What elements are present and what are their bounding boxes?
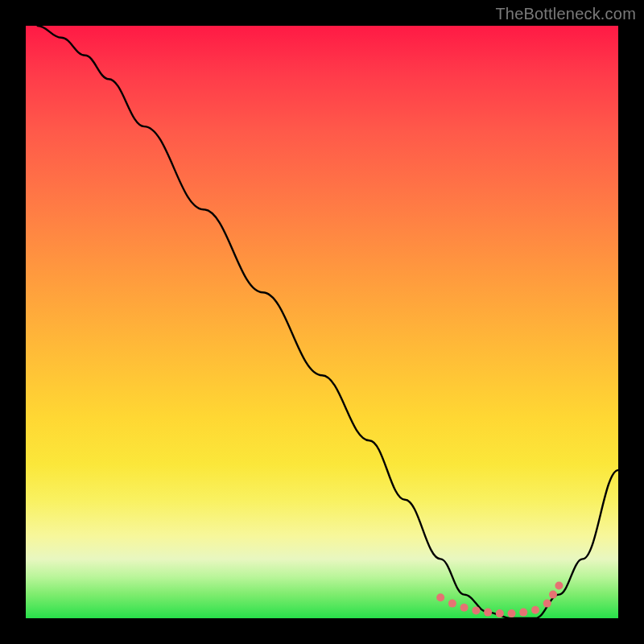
highlight-dot [555,582,563,590]
highlight-dot [436,593,444,601]
highlight-dot [519,609,527,617]
plot-area [26,26,618,618]
highlight-dot [549,591,557,599]
watermark-text: TheBottleneck.com [495,5,636,23]
highlight-dot [508,609,516,617]
highlight-dot [472,606,480,614]
bottleneck-curve [38,26,618,618]
highlight-dot [448,600,456,608]
chart-frame: TheBottleneck.com [0,0,644,644]
highlight-dot [484,609,492,617]
curve-layer [26,26,618,618]
highlight-dot [531,606,539,614]
highlight-dot [543,600,551,608]
highlight-dot [496,609,504,617]
highlight-dot [460,604,469,612]
